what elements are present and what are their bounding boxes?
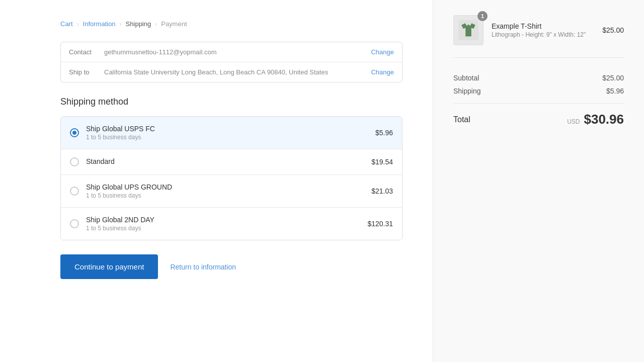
separator-2: › <box>120 21 122 28</box>
option-info-2nd-day: Ship Global 2ND DAY 1 to 5 business days <box>86 216 367 232</box>
breadcrumb-payment: Payment <box>161 20 187 28</box>
product-row: 1 Example T-Shirt Lithograph - Height: 9… <box>453 15 624 58</box>
breadcrumb-shipping-current: Shipping <box>126 20 151 28</box>
breadcrumb-cart[interactable]: Cart <box>60 20 73 28</box>
shipping-method-title: Shipping method <box>60 97 403 107</box>
grand-total-amount: $30.96 <box>584 112 624 127</box>
option-name-standard: Standard <box>86 157 371 165</box>
option-price-ups-ground: $21.03 <box>371 187 393 195</box>
shipping-option-ups-ground[interactable]: Ship Global UPS GROUND 1 to 5 business d… <box>61 175 402 208</box>
radio-usps-fc <box>70 128 79 137</box>
separator-1: › <box>77 21 79 28</box>
shipping-row: Shipping $5.96 <box>453 87 624 95</box>
product-image-wrap: 1 <box>453 15 484 45</box>
radio-2nd-day <box>70 219 79 228</box>
option-info-standard: Standard <box>86 157 371 166</box>
product-variant: Lithograph - Height: 9" x Width: 12" <box>492 31 602 38</box>
ship-to-change[interactable]: Change <box>371 68 394 76</box>
shipping-options-list: Ship Global USPS FC 1 to 5 business days… <box>60 116 403 240</box>
subtotal-label: Subtotal <box>453 74 479 82</box>
shipping-value: $5.96 <box>606 87 624 95</box>
tshirt-icon <box>458 20 478 40</box>
option-name-2nd-day: Ship Global 2ND DAY <box>86 216 367 224</box>
continue-to-payment-button[interactable]: Continue to payment <box>60 254 158 279</box>
total-label: Total <box>453 115 470 124</box>
contact-change[interactable]: Change <box>371 48 394 56</box>
shipping-option-standard[interactable]: Standard $19.54 <box>61 149 402 175</box>
separator-3: › <box>155 21 157 28</box>
ship-to-label: Ship to <box>69 68 104 76</box>
option-price-2nd-day: $120.31 <box>367 220 393 228</box>
ship-to-value: California State University Long Beach, … <box>104 68 365 76</box>
option-days-ups-ground: 1 to 5 business days <box>86 192 371 199</box>
currency-label: USD <box>567 118 580 125</box>
breadcrumb-information[interactable]: Information <box>83 20 116 28</box>
option-name-ups-ground: Ship Global UPS GROUND <box>86 183 371 191</box>
shipping-option-2nd-day[interactable]: Ship Global 2ND DAY 1 to 5 business days… <box>61 208 402 240</box>
option-info-usps-fc: Ship Global USPS FC 1 to 5 business days <box>86 125 375 141</box>
option-price-usps-fc: $5.96 <box>375 129 393 137</box>
radio-standard <box>70 157 79 166</box>
grand-total-right: USD $30.96 <box>567 112 624 127</box>
contact-value: gethummusnettou-1112@yopmail.com <box>104 48 365 56</box>
left-panel: Cart › Information › Shipping › Payment … <box>0 0 433 362</box>
shipping-label: Shipping <box>453 87 481 95</box>
option-name-usps-fc: Ship Global USPS FC <box>86 125 375 133</box>
option-price-standard: $19.54 <box>371 158 393 166</box>
grand-total-row: Total USD $30.96 <box>453 103 624 127</box>
option-days-usps-fc: 1 to 5 business days <box>86 134 375 141</box>
shipping-option-usps-fc[interactable]: Ship Global USPS FC 1 to 5 business days… <box>61 117 402 149</box>
option-info-ups-ground: Ship Global UPS GROUND 1 to 5 business d… <box>86 183 371 199</box>
option-days-2nd-day: 1 to 5 business days <box>86 225 367 232</box>
contact-label: Contact <box>69 48 104 56</box>
product-details: Example T-Shirt Lithograph - Height: 9" … <box>492 22 602 38</box>
product-quantity-badge: 1 <box>477 11 488 21</box>
action-row: Continue to payment Return to informatio… <box>60 254 403 279</box>
radio-ups-ground <box>70 187 79 196</box>
breadcrumb: Cart › Information › Shipping › Payment <box>60 20 403 28</box>
product-name: Example T-Shirt <box>492 22 602 30</box>
subtotal-row: Subtotal $25.00 <box>453 74 624 82</box>
totals-section: Subtotal $25.00 Shipping $5.96 Total USD… <box>453 70 624 127</box>
contact-row: Contact gethummusnettou-1112@yopmail.com… <box>61 42 402 62</box>
return-to-information-link[interactable]: Return to information <box>170 263 236 271</box>
ship-to-row: Ship to California State University Long… <box>61 62 402 82</box>
subtotal-value: $25.00 <box>602 74 624 82</box>
order-summary-panel: 1 Example T-Shirt Lithograph - Height: 9… <box>433 0 644 362</box>
product-price: $25.00 <box>602 26 624 34</box>
info-box: Contact gethummusnettou-1112@yopmail.com… <box>60 42 403 82</box>
